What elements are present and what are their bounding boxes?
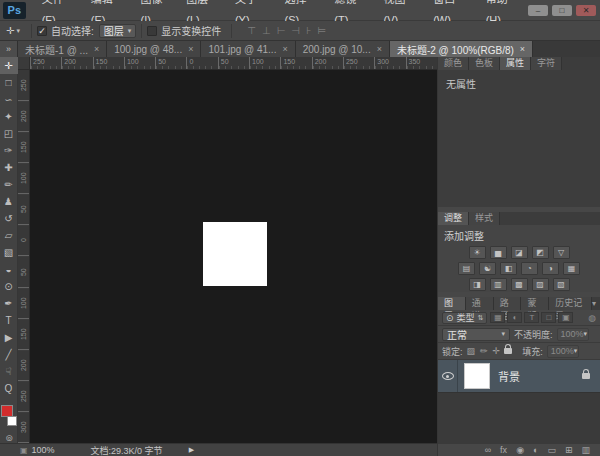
adjustment-gradient-map[interactable]: ▨ — [532, 278, 549, 291]
adjustment-curves[interactable]: ◪ — [511, 246, 528, 259]
tool-preset-picker[interactable]: ✛ ▾ — [0, 25, 26, 36]
adjustment-exposure[interactable]: ◩ — [532, 246, 549, 259]
gradient-tool[interactable]: ▧ — [0, 244, 18, 261]
clone-stamp-tool[interactable]: ♟ — [0, 193, 18, 210]
dodge-tool[interactable]: ⊙ — [0, 278, 18, 295]
background-color-swatch[interactable] — [7, 416, 17, 426]
status-menu-arrow-icon[interactable]: ▶ — [189, 446, 194, 454]
marquee-tool[interactable]: □ — [0, 74, 18, 91]
adjustment-vibrance[interactable]: ▽ — [553, 246, 570, 259]
panel-tab[interactable]: 通道 — [466, 297, 494, 310]
adjustment-threshold[interactable]: ▩ — [511, 278, 528, 291]
tab-close-icon[interactable]: × — [94, 44, 99, 54]
new-group[interactable]: ▭ — [547, 444, 556, 456]
lock-image-pixels[interactable]: ✏ — [480, 346, 488, 356]
document-tab[interactable]: 200.jpg @ 10... × — [296, 41, 390, 57]
brush-tool[interactable]: ✏ — [0, 176, 18, 193]
panel-tab[interactable]: 图层 — [438, 297, 466, 310]
new-layer[interactable]: ⊞ — [565, 444, 573, 456]
lock-transparent-pixels[interactable]: ▨ — [467, 346, 476, 356]
align-vertical-centers[interactable]: ⊥ — [262, 25, 271, 36]
lock-position[interactable]: ✛ — [493, 346, 501, 356]
minimize-button[interactable]: – — [528, 5, 548, 16]
align-horizontal-centers[interactable]: ⊦ — [306, 25, 311, 36]
document-white-rectangle[interactable] — [203, 222, 267, 286]
path-selection-tool[interactable]: ▶ — [0, 329, 18, 346]
layer-thumbnail[interactable] — [464, 363, 490, 389]
pen-tool[interactable]: ✒ — [0, 295, 18, 312]
crop-tool[interactable]: ◰ — [0, 125, 18, 142]
adjustment-posterize[interactable]: ▥ — [490, 278, 507, 291]
vertical-ruler[interactable]: 25020015010050050100150200250300 — [18, 70, 30, 443]
align-bottom-edges[interactable]: ⊢ — [277, 25, 286, 36]
lock-all-icon[interactable] — [504, 348, 512, 354]
panel-tab[interactable]: 调整 — [438, 212, 469, 225]
visibility-toggle[interactable] — [438, 360, 458, 392]
adjustment-brightness-contrast[interactable]: ☀ — [469, 246, 486, 259]
panel-menu-icon[interactable]: ▾ — [592, 297, 600, 310]
canvas-area[interactable] — [30, 70, 437, 443]
filter-smart-objects[interactable]: ▣ — [558, 312, 573, 323]
panel-tab[interactable]: 属性 — [500, 57, 531, 70]
filter-pixel-layers[interactable]: ▦ — [490, 312, 505, 323]
foreground-color-swatch[interactable] — [1, 405, 13, 417]
layer-style[interactable]: fx — [500, 444, 507, 456]
panel-tab[interactable]: 颜色 — [438, 57, 469, 70]
auto-select-dropdown[interactable]: 图层 ▾ — [99, 24, 137, 38]
panel-tab[interactable]: 字符 — [531, 57, 562, 70]
auto-select-checkbox[interactable]: ✓ — [37, 26, 47, 36]
adjustment-photo-filter[interactable]: ◔ — [521, 262, 538, 275]
panel-tab[interactable]: 色板 — [469, 57, 500, 70]
adjustment-hue-saturation[interactable]: ▤ — [458, 262, 475, 275]
adjustment-color-lookup[interactable]: ▦ — [563, 262, 580, 275]
delete-layer[interactable]: ▥ — [581, 444, 590, 456]
type-tool[interactable]: T — [0, 312, 18, 329]
link-layers[interactable]: ∞ — [485, 444, 491, 456]
fill-field[interactable]: 100% ▾ — [547, 345, 579, 358]
zoom-tool[interactable]: Q — [0, 380, 18, 397]
maximize-button[interactable]: □ — [552, 5, 572, 16]
blur-tool[interactable]: ◒ — [0, 261, 18, 278]
hand-tool[interactable]: ☟ — [0, 363, 18, 380]
healing-brush-tool[interactable]: ✚ — [0, 159, 18, 176]
move-tool[interactable]: ✛ — [0, 57, 18, 74]
filter-toggle-icon[interactable]: ◍ — [588, 313, 596, 323]
adjustment-selective-color[interactable]: ▧ — [553, 278, 570, 291]
new-adjustment-layer[interactable]: ◐ — [533, 444, 538, 456]
filter-type-layers[interactable]: T — [524, 312, 539, 323]
opacity-field[interactable]: 100% ▾ — [557, 328, 589, 341]
quick-mask-icon[interactable]: ⊚ — [5, 433, 13, 443]
document-tab[interactable]: 100.jpg @ 48... × — [107, 41, 201, 57]
panel-tab[interactable]: 路径 — [494, 297, 522, 310]
document-tab[interactable]: 未标题-2 @ 100%(RGB/8) × — [390, 41, 533, 57]
zoom-level-field[interactable]: 100% — [32, 445, 55, 455]
filter-shape-layers[interactable]: □ — [541, 312, 556, 323]
tab-close-icon[interactable]: × — [188, 44, 193, 54]
align-right-edges[interactable]: ⊨ — [317, 25, 326, 36]
document-tab[interactable]: 101.jpg @ 41... × — [201, 41, 295, 57]
quick-selection-tool[interactable]: ✦ — [0, 108, 18, 125]
eyedropper-tool[interactable]: ✑ — [0, 142, 18, 159]
blend-mode-dropdown[interactable]: 正常 ▾ — [442, 328, 510, 341]
add-layer-mask[interactable]: ◉ — [516, 444, 524, 456]
lasso-tool[interactable]: ∽ — [0, 91, 18, 108]
tab-close-icon[interactable]: × — [520, 44, 525, 54]
panel-tab[interactable]: 蒙版 — [521, 297, 549, 310]
close-button[interactable]: ✕ — [576, 5, 596, 16]
tab-close-icon[interactable]: × — [282, 44, 287, 54]
show-transform-checkbox[interactable] — [147, 26, 157, 36]
document-tab[interactable]: 未标题-1 @ ... × — [18, 41, 107, 57]
adjustment-channel-mixer[interactable]: ◑ — [542, 262, 559, 275]
adjustment-invert[interactable]: ◨ — [469, 278, 486, 291]
eraser-tool[interactable]: ▱ — [0, 227, 18, 244]
adjustment-black-white[interactable]: ◧ — [500, 262, 517, 275]
filter-adjustment-layers[interactable]: ◐ — [507, 312, 522, 323]
tab-close-icon[interactable]: × — [377, 44, 382, 54]
layer-row[interactable]: 背景 — [438, 360, 600, 393]
layer-filter-kind-dropdown[interactable]: ⊙ 类型 ⇅ — [442, 312, 487, 324]
panel-tab[interactable]: 历史记录 — [549, 297, 592, 310]
adjustment-color-balance[interactable]: ☯ — [479, 262, 496, 275]
line-tool[interactable]: ╱ — [0, 346, 18, 363]
toolbar-collapse-button[interactable]: » — [0, 41, 18, 57]
ruler-origin-corner[interactable] — [18, 57, 30, 70]
